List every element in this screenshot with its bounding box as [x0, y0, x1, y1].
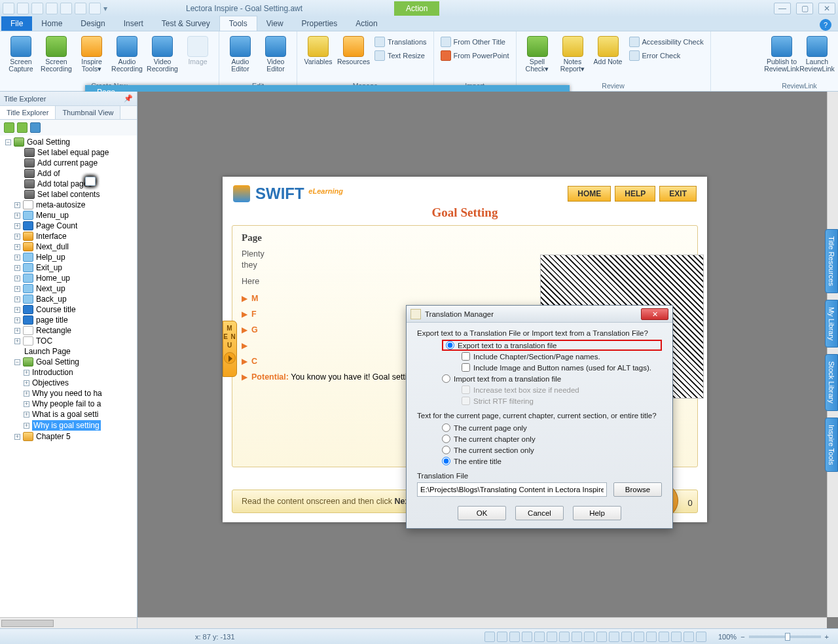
collapse-all-icon[interactable]	[17, 122, 27, 133]
tray-icon[interactable]	[547, 632, 557, 642]
qat-save-icon[interactable]	[17, 3, 29, 14]
tab-thumbnail-view[interactable]: Thumbnail View	[56, 106, 120, 119]
cancel-button[interactable]: Cancel	[515, 506, 564, 520]
screen-recording-button[interactable]: Screen Recording	[39, 34, 73, 80]
audio-editor-button[interactable]: Audio Editor	[223, 34, 257, 80]
tray-icon[interactable]	[696, 632, 706, 642]
tree-node[interactable]: +Interface	[3, 231, 136, 241]
qat-redo-icon[interactable]	[46, 3, 58, 14]
from-powerpoint-button[interactable]: From PowerPoint	[438, 49, 512, 62]
tab-properties[interactable]: Properties	[293, 16, 347, 31]
context-tab-action[interactable]: Action	[394, 1, 439, 16]
menu-tab[interactable]: M E N U	[223, 321, 237, 377]
add-note-button[interactable]: Add Note	[591, 34, 625, 80]
tree-node[interactable]: +Course title	[3, 304, 136, 315]
tray-icon[interactable]	[671, 632, 682, 642]
video-editor-button[interactable]: Video Editor	[259, 34, 293, 80]
tree-node[interactable]: +Why people fail to a	[3, 399, 136, 409]
resources-button[interactable]: Resources	[337, 34, 371, 80]
maximize-button[interactable]: ▢	[796, 3, 813, 14]
qat-paste-icon[interactable]	[89, 3, 101, 14]
tree-node[interactable]: −Goal Setting	[3, 357, 136, 367]
radio-current-page[interactable]: The current page only	[442, 422, 662, 433]
tab-insert[interactable]: Insert	[115, 16, 153, 31]
inspire-tools-button[interactable]: Inspire Tools▾	[75, 34, 109, 80]
tray-icon[interactable]	[497, 632, 507, 642]
variables-button[interactable]: Variables	[301, 34, 335, 80]
tree-node[interactable]: +Rectangle	[3, 325, 136, 336]
tree-node[interactable]: +Why is goal setting	[3, 420, 136, 431]
translation-file-path[interactable]	[417, 482, 607, 497]
expand-all-icon[interactable]	[4, 122, 14, 133]
file-tab[interactable]: File	[1, 16, 32, 31]
pin-icon[interactable]: 📌	[124, 94, 133, 103]
check-include-image[interactable]: Include Image and Button names (used for…	[462, 362, 662, 373]
dialog-close-button[interactable]: ✕	[641, 308, 668, 320]
sidetab-my-library[interactable]: My Library	[825, 300, 838, 348]
tray-icon[interactable]	[683, 632, 694, 642]
from-other-title-button[interactable]: From Other Title	[438, 35, 512, 48]
tree-node[interactable]: +meta-autosize	[3, 200, 136, 210]
radio-entire-title[interactable]: The entire title	[442, 456, 662, 467]
tab-home[interactable]: Home	[32, 16, 71, 31]
tray-icon[interactable]	[484, 632, 495, 642]
zoom-out-icon[interactable]: −	[740, 633, 744, 641]
tray-icon[interactable]	[572, 632, 582, 642]
tree-node[interactable]: +Back_up	[3, 294, 136, 304]
publish-reviewlink-button[interactable]: Publish to ReviewLink	[765, 34, 799, 80]
close-button[interactable]: ✕	[818, 3, 835, 14]
help-icon[interactable]: ?	[820, 19, 831, 31]
tree-node[interactable]: +TOC	[3, 336, 136, 346]
tray-icon[interactable]	[646, 632, 657, 642]
slide-home-button[interactable]: HOME	[568, 186, 611, 202]
translations-button[interactable]: Translations	[372, 35, 429, 48]
canvas-hscrollbar[interactable]	[137, 617, 827, 628]
zoom-slider[interactable]	[749, 635, 821, 638]
spell-check-button[interactable]: Spell Check▾	[520, 34, 555, 80]
qat-cut-icon[interactable]	[60, 3, 72, 14]
sidetab-stock-library[interactable]: Stock Library	[825, 354, 838, 410]
tab-tools[interactable]: Tools	[219, 16, 257, 31]
dialog-titlebar[interactable]: Translation Manager ✕	[407, 306, 672, 323]
launch-reviewlink-button[interactable]: Launch ReviewLink	[800, 34, 834, 80]
slide-help-button[interactable]: HELP	[615, 186, 655, 202]
qat-copy-icon[interactable]	[75, 3, 86, 14]
tree-node[interactable]: +Objectives	[3, 378, 136, 388]
tray-icon[interactable]	[509, 632, 520, 642]
zoom-control[interactable]: 100% − +	[718, 633, 833, 641]
tab-design[interactable]: Design	[71, 16, 114, 31]
tray-icon[interactable]	[534, 632, 545, 642]
tree-node[interactable]: +Next_up	[3, 283, 136, 294]
sidetab-title-resources[interactable]: Title Resources	[825, 229, 838, 293]
minimize-button[interactable]: —	[774, 3, 791, 14]
tree-node[interactable]: Set label contents	[3, 189, 136, 200]
tree-node[interactable]: −Goal Setting	[3, 137, 136, 147]
tray-icon[interactable]	[621, 632, 632, 642]
tab-title-explorer[interactable]: Title Explorer	[0, 106, 56, 119]
tab-test-survey[interactable]: Test & Survey	[153, 16, 219, 31]
browse-button[interactable]: Browse	[613, 482, 662, 497]
tray-icon[interactable]	[584, 632, 594, 642]
tree-node[interactable]: +Next_dull	[3, 241, 136, 252]
tree-node[interactable]: Add of	[3, 168, 136, 179]
video-recording-button[interactable]: Video Recording	[145, 34, 179, 80]
tray-icon[interactable]	[596, 632, 607, 642]
tree-node[interactable]: +Home_up	[3, 273, 136, 283]
tray-icon[interactable]	[634, 632, 644, 642]
tree-node[interactable]: +Introduction	[3, 367, 136, 378]
qat-dropdown-icon[interactable]: ▾	[103, 4, 107, 13]
tree-node[interactable]: +Help_up	[3, 252, 136, 262]
editor-canvas[interactable]: SWIFT eLearning HOME HELP EXIT Goal Sett…	[137, 92, 838, 628]
tree-node[interactable]: +page title	[3, 315, 136, 325]
tree-node[interactable]: Add current page	[3, 158, 136, 168]
tree-node[interactable]: +Exit_up	[3, 262, 136, 273]
tree-node[interactable]: Set label equal page	[3, 147, 136, 158]
notes-report-button[interactable]: Notes Report▾	[556, 34, 590, 80]
app-icon[interactable]	[3, 3, 14, 14]
sidetab-inspire-tools[interactable]: Inspire Tools	[825, 418, 838, 473]
radio-current-chapter[interactable]: The current chapter only	[442, 433, 662, 444]
tray-icon[interactable]	[522, 632, 532, 642]
error-check-button[interactable]: Error Check	[627, 49, 706, 62]
tree-node[interactable]: +Menu_up	[3, 210, 136, 221]
audio-recording-button[interactable]: Audio Recording	[110, 34, 144, 80]
